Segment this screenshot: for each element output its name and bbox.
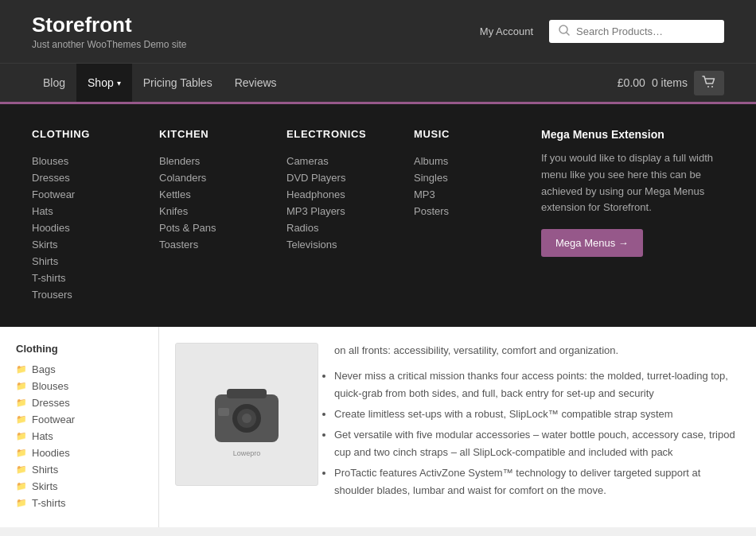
nav-reviews[interactable]: Reviews: [224, 64, 288, 102]
folder-icon: 📁: [16, 448, 27, 458]
svg-point-8: [242, 414, 251, 423]
search-input[interactable]: [576, 25, 715, 37]
product-image: Lowepro: [175, 343, 318, 486]
sidebar-category-item: 📁Bags: [16, 361, 142, 378]
folder-icon: 📁: [16, 481, 27, 491]
dropdown-clothing-title: Clothing: [32, 128, 127, 140]
dropdown-item[interactable]: Hats: [32, 203, 127, 219]
dropdown-item[interactable]: Radios: [286, 219, 382, 236]
dropdown-electronics-title: Electronics: [286, 128, 382, 140]
sidebar-category-item: 📁Dresses: [16, 394, 142, 411]
nav-left: Blog Shop ▾ Pricing Tables Reviews: [32, 64, 288, 102]
product-section: Lowepro on all fronts: accessibility, ve…: [175, 343, 740, 503]
dropdown-clothing-items: BlousesDressesFootwearHatsHoodiesSkirtsS…: [32, 153, 127, 303]
dropdown-item[interactable]: Albums: [414, 153, 509, 169]
search-icon: [559, 25, 570, 38]
dropdown-item[interactable]: DVD Players: [286, 169, 382, 186]
svg-rect-9: [218, 408, 229, 416]
folder-icon: 📁: [16, 398, 27, 408]
dropdown-item[interactable]: Cameras: [286, 153, 382, 169]
dropdown-item[interactable]: Trousers: [32, 286, 127, 303]
sidebar-category-link[interactable]: Blouses: [32, 380, 68, 392]
sidebar-category-item: 📁Skirts: [16, 478, 142, 495]
mega-menu-col: Mega Menus Extension If you would like t…: [541, 128, 724, 303]
sidebar-category-link[interactable]: T-shirts: [32, 497, 66, 509]
cart-icon: [694, 71, 724, 95]
folder-icon: 📁: [16, 381, 27, 391]
shop-dropdown: Clothing BlousesDressesFootwearHatsHoodi…: [0, 102, 756, 327]
site-tagline: Just another WooThemes Demo site: [32, 39, 187, 50]
sidebar-category-item: 📁Blouses: [16, 378, 142, 394]
mega-menu-button[interactable]: Mega Menus →: [541, 229, 643, 257]
cart-items-label: 0 items: [652, 76, 688, 89]
main-content: Lowepro on all fronts: accessibility, ve…: [159, 327, 756, 527]
dropdown-item[interactable]: Shirts: [32, 253, 127, 270]
dropdown-item[interactable]: Toasters: [159, 236, 255, 253]
dropdown-item[interactable]: MP3 Players: [286, 203, 382, 219]
sidebar-category-item: 📁Shirts: [16, 461, 142, 478]
sidebar-category-link[interactable]: Dresses: [32, 397, 70, 409]
dropdown-item[interactable]: Televisions: [286, 236, 382, 253]
svg-point-3: [711, 86, 713, 87]
site-branding: Storefront Just another WooThemes Demo s…: [32, 13, 187, 50]
sidebar-category-link[interactable]: Bags: [32, 363, 56, 375]
folder-icon: 📁: [16, 464, 27, 475]
dropdown-item[interactable]: Posters: [414, 203, 509, 219]
site-nav: Blog Shop ▾ Pricing Tables Reviews £0.00…: [0, 63, 756, 102]
svg-text:Lowepro: Lowepro: [233, 449, 261, 457]
dropdown-item[interactable]: Hoodies: [32, 219, 127, 236]
svg-line-1: [567, 33, 569, 35]
site-header: Storefront Just another WooThemes Demo s…: [0, 0, 756, 63]
dropdown-item[interactable]: Colanders: [159, 169, 255, 186]
dropdown-item[interactable]: Singles: [414, 169, 509, 186]
search-form: [549, 20, 724, 43]
my-account-link[interactable]: My Account: [480, 25, 533, 37]
mega-menu-title: Mega Menus Extension: [541, 128, 724, 141]
dropdown-music-items: AlbumsSinglesMP3Posters: [414, 153, 509, 219]
product-image-area: Lowepro: [175, 343, 318, 486]
dropdown-music-title: Music: [414, 128, 509, 140]
dropdown-clothing-col: Clothing BlousesDressesFootwearHatsHoodi…: [32, 128, 127, 303]
nav-shop[interactable]: Shop ▾: [76, 64, 132, 102]
dropdown-item[interactable]: T-shirts: [32, 270, 127, 286]
dropdown-item[interactable]: Headphones: [286, 186, 382, 203]
dropdown-item[interactable]: Pots & Pans: [159, 219, 255, 236]
mega-menu-desc: If you would like to display a full widt…: [541, 150, 724, 216]
dropdown-item[interactable]: Footwear: [32, 186, 127, 203]
dropdown-electronics-items: CamerasDVD PlayersHeadphonesMP3 PlayersR…: [286, 153, 382, 253]
dropdown-kitchen-items: BlendersColandersKettlesKnifesPots & Pan…: [159, 153, 255, 253]
folder-icon: 📁: [16, 364, 27, 375]
sidebar-category-item: 📁Footwear: [16, 411, 142, 428]
sidebar-category-item: 📁T-shirts: [16, 495, 142, 511]
dropdown-item[interactable]: Blenders: [159, 153, 255, 169]
sidebar-category-link[interactable]: Hats: [32, 430, 53, 442]
header-right: My Account: [480, 20, 724, 43]
sidebar-category-link[interactable]: Footwear: [32, 414, 75, 425]
shop-chevron-icon: ▾: [117, 79, 121, 87]
sidebar-category-link[interactable]: Skirts: [32, 480, 58, 492]
cart-area[interactable]: £0.00 0 items: [618, 71, 724, 95]
site-title: Storefront: [32, 13, 187, 37]
sidebar: Clothing 📁Bags📁Blouses📁Dresses📁Footwear📁…: [0, 327, 159, 527]
dropdown-music-col: Music AlbumsSinglesMP3Posters: [414, 128, 509, 303]
dropdown-kitchen-title: Kitchen: [159, 128, 255, 140]
dropdown-item[interactable]: Kettles: [159, 186, 255, 203]
dropdown-item[interactable]: Dresses: [32, 169, 127, 186]
nav-pricing-tables[interactable]: Pricing Tables: [132, 64, 224, 102]
nav-blog[interactable]: Blog: [32, 64, 76, 102]
dropdown-kitchen-col: Kitchen BlendersColandersKettlesKnifesPo…: [159, 128, 255, 303]
sidebar-category-title: Clothing: [16, 343, 142, 355]
dropdown-item[interactable]: Knifes: [159, 203, 255, 219]
folder-icon: 📁: [16, 431, 27, 441]
dropdown-item[interactable]: Skirts: [32, 236, 127, 253]
dropdown-item[interactable]: MP3: [414, 186, 509, 203]
sidebar-category-item: 📁Hoodies: [16, 445, 142, 461]
folder-icon: 📁: [16, 498, 27, 508]
content-area: Clothing 📁Bags📁Blouses📁Dresses📁Footwear📁…: [0, 327, 756, 527]
sidebar-category-link[interactable]: Hoodies: [32, 447, 70, 459]
sidebar-category-link[interactable]: Shirts: [32, 464, 58, 476]
svg-rect-5: [227, 389, 267, 398]
cart-amount: £0.00: [618, 76, 645, 89]
folder-icon: 📁: [16, 414, 27, 425]
dropdown-item[interactable]: Blouses: [32, 153, 127, 169]
